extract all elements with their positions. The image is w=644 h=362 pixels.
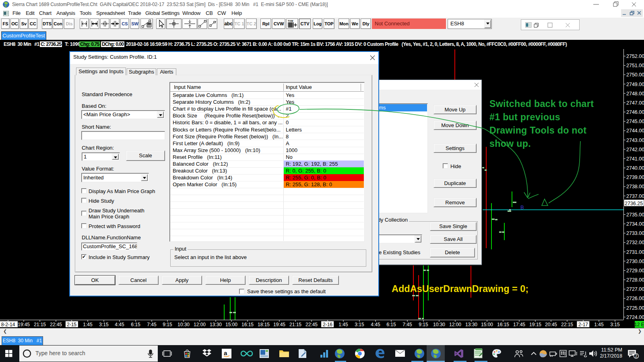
svg-text:2726.00: 2726.00	[626, 296, 644, 301]
svg-text:2744.00: 2744.00	[626, 128, 644, 134]
svg-text:4:45: 4:45	[115, 322, 124, 327]
svg-text:2730.00: 2730.00	[626, 259, 644, 264]
svg-text:a: a	[224, 350, 227, 356]
svg-text:22:15: 22:15	[561, 322, 573, 327]
svg-text:2752.00: 2752.00	[626, 53, 644, 59]
svg-text:2749.00: 2749.00	[626, 82, 644, 87]
svg-text:2741.00: 2741.00	[626, 156, 644, 162]
svg-text:2750.00: 2750.00	[626, 72, 644, 78]
svg-text:6:15: 6:15	[131, 322, 140, 327]
svg-text:2735.00: 2735.00	[626, 212, 644, 218]
svg-text:2748.00: 2748.00	[626, 91, 644, 97]
svg-text:2738.00: 2738.00	[626, 184, 644, 189]
svg-text:22:45: 22:45	[305, 322, 318, 327]
svg-text:2-15: 2-15	[67, 322, 76, 327]
svg-text:2731.00: 2731.00	[626, 249, 644, 255]
svg-text:16:15: 16:15	[242, 322, 254, 327]
svg-text:3:15: 3:15	[355, 322, 364, 327]
svg-text:2725.00: 2725.00	[626, 305, 644, 311]
svg-text:4:45: 4:45	[371, 322, 380, 327]
svg-text:10:30: 10:30	[433, 322, 445, 327]
svg-text:18:15: 18:15	[258, 322, 270, 327]
svg-text:7:45: 7:45	[402, 322, 412, 327]
svg-text:2728.00: 2728.00	[626, 277, 644, 283]
svg-text:2729.00: 2729.00	[626, 268, 644, 274]
svg-text:2733.00: 2733.00	[626, 230, 644, 236]
svg-text:2724.00: 2724.00	[626, 315, 644, 320]
svg-text:2737.00: 2737.00	[626, 193, 644, 199]
svg-text:2727.00: 2727.00	[626, 286, 644, 292]
svg-text:9:15: 9:15	[163, 322, 172, 327]
svg-text:2743.00: 2743.00	[626, 138, 644, 143]
svg-text:7:45: 7:45	[147, 322, 157, 327]
svg-text:2: 2	[635, 354, 638, 358]
svg-text:12 E: 12 E	[634, 322, 644, 327]
svg-text:1:45: 1:45	[594, 322, 604, 327]
svg-text:19:15: 19:15	[529, 322, 541, 327]
svg-text:TVW: TVW	[288, 20, 293, 22]
svg-text:12:00: 12:00	[449, 322, 461, 327]
svg-text:19:45: 19:45	[18, 322, 30, 327]
svg-text:2745.00: 2745.00	[626, 119, 644, 124]
svg-text:2732.00: 2732.00	[626, 240, 644, 245]
svg-text:9:15: 9:15	[419, 322, 428, 327]
svg-text:2740.00: 2740.00	[626, 165, 644, 171]
svg-text:6:15: 6:15	[386, 322, 396, 327]
svg-text:22:45: 22:45	[50, 322, 62, 327]
svg-text:10:30: 10:30	[178, 322, 190, 327]
svg-text:17:45: 17:45	[513, 322, 525, 327]
svg-text:2746.00: 2746.00	[626, 109, 644, 115]
svg-text:2747.00: 2747.00	[626, 100, 644, 106]
svg-text:19:45: 19:45	[273, 322, 285, 327]
svg-text:3:15: 3:15	[99, 322, 109, 327]
svg-text:2751.00: 2751.00	[626, 63, 644, 68]
svg-text:8-2-14: 8-2-14	[1, 322, 15, 327]
svg-text:12:00: 12:00	[194, 322, 206, 327]
svg-text:2-16: 2-16	[323, 322, 332, 327]
svg-text:16:15: 16:15	[497, 322, 509, 327]
svg-text:2739.00: 2739.00	[626, 175, 644, 180]
svg-text:2736.25: 2736.25	[625, 201, 643, 206]
svg-text:21:15: 21:15	[34, 322, 46, 327]
svg-text:15:00: 15:00	[481, 322, 493, 327]
svg-text:13:30: 13:30	[465, 322, 477, 327]
svg-text:2-17: 2-17	[578, 322, 588, 327]
svg-text:2734.00: 2734.00	[626, 221, 644, 227]
svg-text:1:45: 1:45	[83, 322, 93, 327]
svg-text:20:45: 20:45	[545, 322, 557, 327]
svg-text:B: B	[520, 204, 524, 210]
svg-text:21:15: 21:15	[289, 322, 301, 327]
svg-text:3:15: 3:15	[610, 322, 620, 327]
svg-text:13:30: 13:30	[210, 322, 222, 327]
svg-text:1:45: 1:45	[339, 322, 348, 327]
svg-text:2742.00: 2742.00	[626, 147, 644, 152]
svg-text:15:00: 15:00	[225, 322, 237, 327]
